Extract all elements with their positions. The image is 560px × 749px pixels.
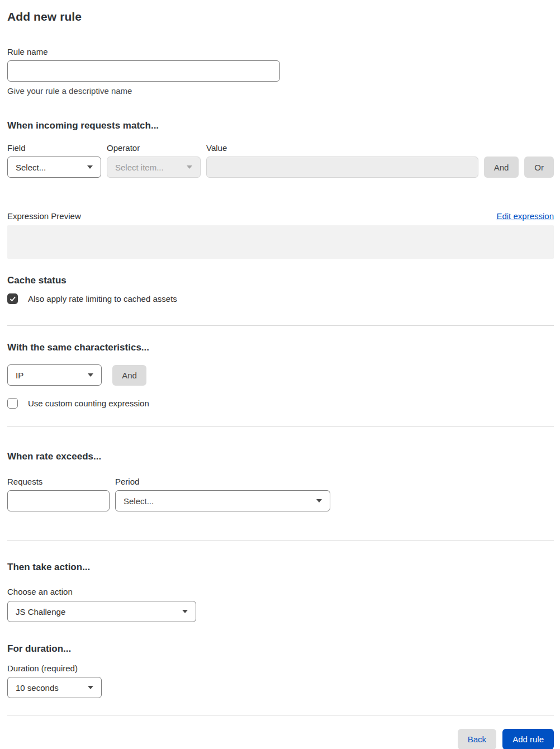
duration-select-value: 10 seconds xyxy=(16,683,59,693)
rule-name-input[interactable] xyxy=(7,60,280,82)
cache-status-heading: Cache status xyxy=(7,274,554,287)
chevron-down-icon xyxy=(316,499,322,503)
checkbox-unchecked-icon[interactable] xyxy=(7,398,18,409)
rule-name-label: Rule name xyxy=(7,46,554,57)
cached-assets-checkbox-row[interactable]: Also apply rate limiting to cached asset… xyxy=(7,293,554,304)
section-divider xyxy=(7,325,554,326)
operator-select-value: Select item... xyxy=(115,163,164,172)
period-label: Period xyxy=(115,476,330,487)
period-select-value: Select... xyxy=(124,496,154,506)
page-title: Add new rule xyxy=(7,10,554,23)
field-select-value: Select... xyxy=(16,163,46,172)
characteristic-select-value: IP xyxy=(16,371,23,380)
rate-heading: When rate exceeds... xyxy=(7,451,554,463)
section-divider xyxy=(7,426,554,427)
expression-preview-label: Expression Preview xyxy=(7,211,81,221)
cached-assets-checkbox-label: Also apply rate limiting to cached asset… xyxy=(28,294,177,304)
and-condition-button[interactable]: And xyxy=(484,157,519,178)
expression-preview-header: Expression Preview Edit expression xyxy=(7,211,554,221)
chevron-down-icon xyxy=(88,686,93,689)
rate-row: Requests Period Select... xyxy=(7,476,554,511)
rule-name-helper: Give your rule a descriptive name xyxy=(7,86,554,96)
add-rule-button[interactable]: Add rule xyxy=(502,729,554,749)
duration-select[interactable]: 10 seconds xyxy=(7,677,102,698)
custom-counting-checkbox-label: Use custom counting expression xyxy=(28,399,149,408)
period-select[interactable]: Select... xyxy=(115,490,330,511)
characteristics-heading: With the same characteristics... xyxy=(7,342,554,354)
checkbox-checked-icon[interactable] xyxy=(7,293,18,304)
chevron-down-icon xyxy=(87,165,93,169)
custom-counting-checkbox-row[interactable]: Use custom counting expression xyxy=(7,398,554,409)
edit-expression-link[interactable]: Edit expression xyxy=(496,211,554,221)
field-select[interactable]: Select... xyxy=(7,157,101,178)
value-label: Value xyxy=(206,143,478,153)
match-section-heading: When incoming requests match... xyxy=(7,120,554,132)
section-divider xyxy=(7,715,554,715)
action-heading: Then take action... xyxy=(7,561,554,573)
requests-label: Requests xyxy=(7,476,110,487)
expression-preview-box xyxy=(7,225,554,259)
section-divider xyxy=(7,540,554,541)
back-button[interactable]: Back xyxy=(458,729,496,749)
duration-label: Duration (required) xyxy=(7,663,554,674)
requests-input[interactable] xyxy=(7,490,110,511)
match-condition-row: Field Select... Operator Select item... … xyxy=(7,143,554,178)
form-footer: Back Add rule xyxy=(7,729,554,749)
choose-action-label: Choose an action xyxy=(7,586,554,597)
chevron-down-icon xyxy=(182,610,188,613)
action-select-value: JS Challenge xyxy=(16,607,65,617)
value-input xyxy=(206,157,478,178)
or-condition-button[interactable]: Or xyxy=(524,157,554,178)
check-icon xyxy=(10,296,16,302)
add-rule-form: Add new rule Rule name Give your rule a … xyxy=(0,0,560,749)
characteristics-row: IP And xyxy=(7,364,554,386)
chevron-down-icon xyxy=(88,373,93,377)
operator-label: Operator xyxy=(107,143,201,153)
chevron-down-icon xyxy=(187,165,192,169)
duration-heading: For duration... xyxy=(7,643,554,655)
characteristic-select[interactable]: IP xyxy=(7,364,102,386)
action-select[interactable]: JS Challenge xyxy=(7,601,196,622)
and-characteristic-button[interactable]: And xyxy=(112,365,146,386)
field-label: Field xyxy=(7,143,101,153)
operator-select: Select item... xyxy=(107,157,201,178)
